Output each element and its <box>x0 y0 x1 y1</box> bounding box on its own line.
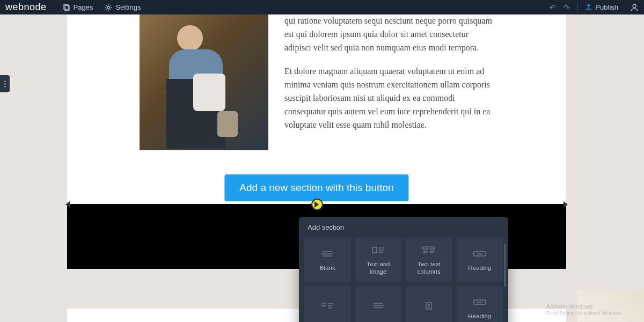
section-option-blank[interactable]: Blank <box>304 238 351 282</box>
gear-icon <box>105 4 112 11</box>
layout-icon-c <box>422 300 436 312</box>
option-label: Heading <box>468 312 491 320</box>
option-label: Blank <box>320 264 335 272</box>
publish-label: Publish <box>595 3 618 11</box>
windows-watermark: Activate Windows Go to Settings to activ… <box>546 303 623 317</box>
paragraph-1: qui ratione voluptatem sequi nesciunt ne… <box>284 14 494 54</box>
layout-icon-b <box>371 300 385 312</box>
heading-icon <box>473 248 487 260</box>
section-option-row2-2[interactable] <box>355 286 402 322</box>
add-section-circle-button[interactable] <box>311 199 323 210</box>
separator-handle-left[interactable] <box>65 201 70 208</box>
topbar-right: ↶ ↷ Publish <box>550 2 639 13</box>
layout-icon-a <box>320 300 334 312</box>
topbar: webnode Pages Settings ↶ ↷ Publish <box>0 0 644 14</box>
watermark-line1: Activate Windows <box>546 303 623 310</box>
separator-handle-right[interactable] <box>564 201 568 208</box>
nav-settings-label: Settings <box>115 3 141 11</box>
publish-button[interactable]: Publish <box>586 3 618 11</box>
heading-icon-2 <box>473 296 487 308</box>
dots-icon <box>4 80 6 87</box>
section-text-image: qui ratione voluptatem sequi nesciunt ne… <box>67 14 566 150</box>
paragraph-2: Et dolore magnam aliquam quaerat volupta… <box>284 65 494 131</box>
section-option-text-image[interactable]: Text and image <box>355 238 402 282</box>
svg-point-2 <box>107 6 109 9</box>
nav-pages[interactable]: Pages <box>63 3 93 11</box>
popover-title: Add section <box>299 217 508 238</box>
svg-point-3 <box>633 4 636 8</box>
user-icon[interactable] <box>630 3 639 12</box>
nav-settings[interactable]: Settings <box>105 3 141 11</box>
nav-pages-label: Pages <box>74 3 93 11</box>
add-section-popover: Add section Blank Text and image Two tex… <box>299 217 508 322</box>
popover-scrollbar[interactable] <box>504 244 506 287</box>
option-label: Heading <box>468 264 491 272</box>
two-columns-icon <box>422 244 436 256</box>
popover-grid: Blank Text and image Two text columns He… <box>299 238 508 322</box>
undo-icon[interactable]: ↶ <box>550 3 556 12</box>
left-side-tab[interactable] <box>0 75 10 92</box>
section-image[interactable] <box>140 14 268 150</box>
svg-rect-11 <box>423 247 428 249</box>
upload-icon <box>586 3 592 11</box>
logo: webnode <box>5 2 47 13</box>
blank-icon <box>320 248 334 260</box>
section-text[interactable]: qui ratione voluptatem sequi nesciunt ne… <box>284 14 494 150</box>
text-image-icon <box>371 244 385 256</box>
option-label: Two text columns <box>409 260 449 276</box>
option-label: Text and image <box>358 260 399 276</box>
svg-rect-12 <box>430 247 435 249</box>
section-option-row2-1[interactable] <box>304 286 351 322</box>
watermark-line2: Go to Settings to activate Windows. <box>546 310 623 317</box>
pages-icon <box>63 4 70 11</box>
add-section-cta-button[interactable]: Add a new section with this button <box>224 174 408 201</box>
section-option-row2-4[interactable]: Heading <box>457 286 503 322</box>
redo-icon[interactable]: ↷ <box>564 3 570 12</box>
divider <box>577 2 578 13</box>
section-option-two-columns[interactable]: Two text columns <box>406 238 452 282</box>
section-option-row2-3[interactable] <box>406 286 452 322</box>
svg-rect-7 <box>372 247 377 253</box>
section-option-heading[interactable]: Heading <box>457 238 503 282</box>
